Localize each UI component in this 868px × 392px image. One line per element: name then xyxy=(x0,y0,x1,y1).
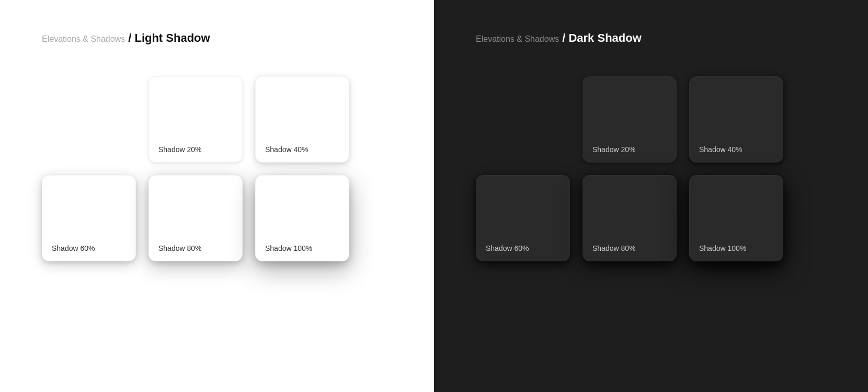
dark-card-shadow-40: Shadow 40% xyxy=(689,76,783,163)
light-shadow-panel: Elevations & Shadows / Light Shadow Shad… xyxy=(0,0,434,392)
light-card-shadow-20: Shadow 20% xyxy=(149,76,243,163)
light-card-label-40: Shadow 40% xyxy=(265,145,339,154)
light-card-label-20: Shadow 20% xyxy=(158,145,233,154)
light-card-shadow-80: Shadow 80% xyxy=(149,175,243,261)
dark-card-label-100: Shadow 100% xyxy=(699,244,773,252)
dark-shadow-panel: Elevations & Shadows / Dark Shadow Shado… xyxy=(434,0,868,392)
light-breadcrumb-prefix: Elevations & Shadows xyxy=(42,34,125,44)
light-cards-grid: Shadow 20% Shadow 40% Shadow 60% Shadow … xyxy=(42,76,387,261)
light-card-shadow-100: Shadow 100% xyxy=(255,175,349,261)
light-card-label-80: Shadow 80% xyxy=(158,244,233,252)
dark-card-shadow-80: Shadow 80% xyxy=(583,175,677,261)
light-breadcrumb: Elevations & Shadows / Light Shadow xyxy=(42,31,392,45)
light-card-shadow-60: Shadow 60% xyxy=(42,175,136,261)
dark-card-shadow-20: Shadow 20% xyxy=(583,76,677,163)
dark-card-label-80: Shadow 80% xyxy=(592,244,667,252)
dark-card-label-20: Shadow 20% xyxy=(592,145,667,154)
light-breadcrumb-current: / Light Shadow xyxy=(128,31,210,45)
dark-cards-grid: Shadow 20% Shadow 40% Shadow 60% Shadow … xyxy=(476,76,826,261)
light-card-shadow-40: Shadow 40% xyxy=(255,76,349,163)
dark-separator: / xyxy=(562,31,568,44)
light-card-label-100: Shadow 100% xyxy=(265,244,339,252)
dark-breadcrumb-prefix: Elevations & Shadows xyxy=(476,34,559,44)
dark-card-shadow-60: Shadow 60% xyxy=(476,175,570,261)
light-separator: / xyxy=(128,31,134,44)
dark-breadcrumb-current: / Dark Shadow xyxy=(562,31,642,45)
dark-card-label-60: Shadow 60% xyxy=(486,244,560,252)
dark-breadcrumb: Elevations & Shadows / Dark Shadow xyxy=(476,31,826,45)
dark-card-shadow-100: Shadow 100% xyxy=(689,175,783,261)
dark-card-label-40: Shadow 40% xyxy=(699,145,773,154)
light-card-label-60: Shadow 60% xyxy=(52,244,126,252)
